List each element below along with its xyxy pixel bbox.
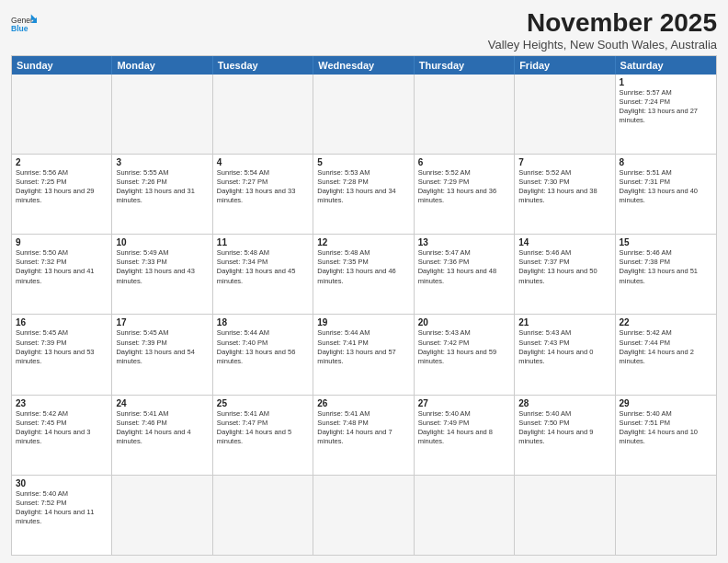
cell-info: Sunrise: 5:40 AM Sunset: 7:49 PM Dayligh… [418,409,510,447]
table-row: 1Sunrise: 5:57 AM Sunset: 7:24 PM Daylig… [616,75,716,154]
cell-info: Sunrise: 5:47 AM Sunset: 7:36 PM Dayligh… [418,248,510,286]
day-number: 25 [217,398,309,408]
table-row: 4Sunrise: 5:54 AM Sunset: 7:27 PM Daylig… [213,155,313,234]
table-row: 9Sunrise: 5:50 AM Sunset: 7:32 PM Daylig… [12,235,112,314]
cell-info: Sunrise: 5:42 AM Sunset: 7:45 PM Dayligh… [16,409,108,447]
cell-info: Sunrise: 5:41 AM Sunset: 7:47 PM Dayligh… [217,409,309,447]
subtitle: Valley Heights, New South Wales, Austral… [488,38,717,52]
table-row [616,476,716,555]
day-number: 19 [317,317,409,327]
cell-info: Sunrise: 5:44 AM Sunset: 7:40 PM Dayligh… [217,328,309,366]
day-number: 8 [620,157,712,167]
svg-text:Blue: Blue [11,24,28,33]
table-row: 6Sunrise: 5:52 AM Sunset: 7:29 PM Daylig… [415,155,515,234]
header-tuesday: Tuesday [213,56,313,75]
day-number: 15 [620,237,712,247]
table-row [415,476,515,555]
day-number: 14 [518,237,610,247]
cell-info: Sunrise: 5:43 AM Sunset: 7:43 PM Dayligh… [518,328,610,366]
cell-info: Sunrise: 5:57 AM Sunset: 7:24 PM Dayligh… [620,88,712,126]
cell-info: Sunrise: 5:54 AM Sunset: 7:27 PM Dayligh… [217,168,309,206]
table-row [515,476,615,555]
table-row [213,476,313,555]
day-number: 28 [518,398,610,408]
table-row: 28Sunrise: 5:40 AM Sunset: 7:50 PM Dayli… [515,396,615,475]
cell-info: Sunrise: 5:46 AM Sunset: 7:37 PM Dayligh… [518,248,610,286]
cell-info: Sunrise: 5:40 AM Sunset: 7:51 PM Dayligh… [620,409,712,447]
header: General Blue November 2025 Valley Height… [11,9,717,52]
cell-info: Sunrise: 5:40 AM Sunset: 7:52 PM Dayligh… [16,489,108,527]
calendar-row: 9Sunrise: 5:50 AM Sunset: 7:32 PM Daylig… [12,235,716,315]
table-row: 16Sunrise: 5:45 AM Sunset: 7:39 PM Dayli… [12,315,112,394]
calendar-row: 30Sunrise: 5:40 AM Sunset: 7:52 PM Dayli… [12,476,716,555]
header-thursday: Thursday [415,56,515,75]
day-number: 6 [418,157,510,167]
table-row: 8Sunrise: 5:51 AM Sunset: 7:31 PM Daylig… [616,155,716,234]
day-number: 1 [620,77,712,87]
table-row: 22Sunrise: 5:42 AM Sunset: 7:44 PM Dayli… [616,315,716,394]
table-row: 27Sunrise: 5:40 AM Sunset: 7:49 PM Dayli… [415,396,515,475]
table-row: 7Sunrise: 5:52 AM Sunset: 7:30 PM Daylig… [515,155,615,234]
day-number: 27 [418,398,510,408]
main-title: November 2025 [488,9,717,38]
table-row: 23Sunrise: 5:42 AM Sunset: 7:45 PM Dayli… [12,396,112,475]
table-row [313,476,414,555]
table-row: 29Sunrise: 5:40 AM Sunset: 7:51 PM Dayli… [616,396,716,475]
table-row: 2Sunrise: 5:56 AM Sunset: 7:25 PM Daylig… [12,155,112,234]
cell-info: Sunrise: 5:45 AM Sunset: 7:39 PM Dayligh… [116,328,208,366]
day-number: 9 [16,237,108,247]
table-row: 15Sunrise: 5:46 AM Sunset: 7:38 PM Dayli… [616,235,716,314]
table-row: 19Sunrise: 5:44 AM Sunset: 7:41 PM Dayli… [313,315,414,394]
day-number: 16 [16,317,108,327]
day-number: 3 [116,157,208,167]
table-row: 12Sunrise: 5:48 AM Sunset: 7:35 PM Dayli… [313,235,414,314]
day-number: 30 [16,478,108,488]
day-number: 20 [418,317,510,327]
cell-info: Sunrise: 5:48 AM Sunset: 7:35 PM Dayligh… [317,248,409,286]
page: General Blue November 2025 Valley Height… [0,0,728,563]
table-row [12,75,112,154]
header-sunday: Sunday [12,56,112,75]
table-row: 3Sunrise: 5:55 AM Sunset: 7:26 PM Daylig… [112,155,212,234]
header-wednesday: Wednesday [313,56,414,75]
table-row [415,75,515,154]
day-number: 2 [16,157,108,167]
cell-info: Sunrise: 5:44 AM Sunset: 7:41 PM Dayligh… [317,328,409,366]
day-number: 11 [217,237,309,247]
day-number: 10 [116,237,208,247]
cell-info: Sunrise: 5:40 AM Sunset: 7:50 PM Dayligh… [518,409,610,447]
table-row: 13Sunrise: 5:47 AM Sunset: 7:36 PM Dayli… [415,235,515,314]
table-row: 10Sunrise: 5:49 AM Sunset: 7:33 PM Dayli… [112,235,212,314]
table-row: 21Sunrise: 5:43 AM Sunset: 7:43 PM Dayli… [515,315,615,394]
cell-info: Sunrise: 5:52 AM Sunset: 7:30 PM Dayligh… [518,168,610,206]
cell-info: Sunrise: 5:41 AM Sunset: 7:46 PM Dayligh… [116,409,208,447]
cell-info: Sunrise: 5:46 AM Sunset: 7:38 PM Dayligh… [620,248,712,286]
day-number: 17 [116,317,208,327]
table-row [515,75,615,154]
day-number: 22 [620,317,712,327]
day-number: 24 [116,398,208,408]
header-friday: Friday [515,56,615,75]
calendar-row: 1Sunrise: 5:57 AM Sunset: 7:24 PM Daylig… [12,75,716,155]
logo: General Blue [11,13,37,39]
day-number: 7 [518,157,610,167]
cell-info: Sunrise: 5:49 AM Sunset: 7:33 PM Dayligh… [116,248,208,286]
day-number: 23 [16,398,108,408]
table-row: 30Sunrise: 5:40 AM Sunset: 7:52 PM Dayli… [12,476,112,555]
title-block: November 2025 Valley Heights, New South … [488,9,717,52]
calendar-row: 23Sunrise: 5:42 AM Sunset: 7:45 PM Dayli… [12,396,716,476]
logo-icon: General Blue [11,13,37,39]
cell-info: Sunrise: 5:45 AM Sunset: 7:39 PM Dayligh… [16,328,108,366]
table-row [313,75,414,154]
cell-info: Sunrise: 5:48 AM Sunset: 7:34 PM Dayligh… [217,248,309,286]
table-row: 17Sunrise: 5:45 AM Sunset: 7:39 PM Dayli… [112,315,212,394]
header-monday: Monday [112,56,212,75]
cell-info: Sunrise: 5:41 AM Sunset: 7:48 PM Dayligh… [317,409,409,447]
cell-info: Sunrise: 5:55 AM Sunset: 7:26 PM Dayligh… [116,168,208,206]
table-row: 26Sunrise: 5:41 AM Sunset: 7:48 PM Dayli… [313,396,414,475]
cell-info: Sunrise: 5:42 AM Sunset: 7:44 PM Dayligh… [620,328,712,366]
table-row: 11Sunrise: 5:48 AM Sunset: 7:34 PM Dayli… [213,235,313,314]
table-row [112,476,212,555]
table-row: 25Sunrise: 5:41 AM Sunset: 7:47 PM Dayli… [213,396,313,475]
cell-info: Sunrise: 5:53 AM Sunset: 7:28 PM Dayligh… [317,168,409,206]
